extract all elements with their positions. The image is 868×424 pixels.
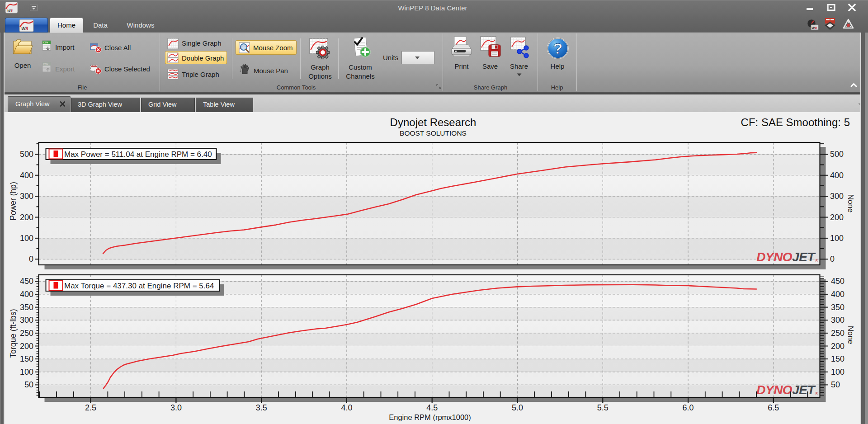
svg-text:350: 350 — [831, 303, 844, 312]
svg-text:200: 200 — [830, 213, 844, 222]
svg-text:DYNOJET: DYNOJET — [756, 250, 816, 264]
svg-text:2.5: 2.5 — [85, 403, 96, 412]
svg-text:0: 0 — [830, 254, 835, 264]
svg-text:400: 400 — [831, 290, 844, 299]
svg-text:Engine RPM (rpmx1000): Engine RPM (rpmx1000) — [389, 413, 471, 421]
svg-text:200: 200 — [20, 213, 33, 222]
svg-text:None: None — [846, 326, 855, 344]
svg-text:50: 50 — [24, 380, 33, 389]
svg-text:300: 300 — [830, 192, 844, 201]
svg-text:BOOST SOLUTIONS: BOOST SOLUTIONS — [400, 129, 467, 137]
svg-text:100: 100 — [831, 367, 844, 377]
svg-text:500: 500 — [20, 150, 33, 159]
svg-text:Dynojet Research: Dynojet Research — [390, 116, 476, 128]
svg-text:400: 400 — [20, 290, 33, 299]
svg-text:Power (hp): Power (hp) — [9, 182, 18, 221]
svg-text:100: 100 — [20, 367, 33, 377]
svg-text:50: 50 — [831, 380, 840, 389]
svg-text:400: 400 — [20, 171, 33, 180]
svg-text:5.5: 5.5 — [597, 403, 609, 412]
svg-text:CF: SAE Smoothing: 5: CF: SAE Smoothing: 5 — [741, 116, 850, 128]
svg-text:200: 200 — [831, 342, 844, 351]
svg-text:350: 350 — [20, 303, 33, 312]
svg-text:300: 300 — [20, 316, 33, 325]
svg-text:3.5: 3.5 — [256, 403, 267, 412]
svg-text:300: 300 — [831, 316, 844, 325]
svg-text:0: 0 — [29, 254, 33, 264]
svg-text:5.0: 5.0 — [512, 403, 523, 412]
svg-text:4.5: 4.5 — [426, 403, 438, 412]
svg-text:200: 200 — [20, 342, 33, 351]
svg-text:3.0: 3.0 — [170, 403, 182, 412]
svg-text:150: 150 — [20, 354, 33, 363]
svg-text:500: 500 — [830, 150, 844, 159]
svg-text:250: 250 — [20, 329, 33, 338]
svg-text:6.0: 6.0 — [683, 403, 694, 412]
svg-text:250: 250 — [831, 329, 844, 338]
svg-text:4.0: 4.0 — [341, 403, 352, 412]
svg-text:6.5: 6.5 — [768, 403, 779, 412]
svg-text:®: ® — [815, 391, 818, 396]
svg-text:100: 100 — [830, 234, 844, 243]
svg-text:Torque (ft-lbs): Torque (ft-lbs) — [9, 309, 18, 358]
svg-text:None: None — [846, 194, 855, 213]
svg-text:450: 450 — [831, 277, 844, 286]
svg-text:450: 450 — [20, 277, 33, 286]
svg-text:300: 300 — [20, 192, 33, 201]
svg-text:Max Power = 511.04 at Engine R: Max Power = 511.04 at Engine RPM = 6.40 — [64, 150, 212, 159]
svg-text:Max Torque = 437.30 at Engine: Max Torque = 437.30 at Engine RPM = 5.64 — [64, 282, 214, 290]
svg-text:®: ® — [815, 259, 818, 263]
svg-text:150: 150 — [831, 354, 844, 363]
svg-text:400: 400 — [830, 171, 844, 180]
svg-text:100: 100 — [20, 234, 33, 243]
